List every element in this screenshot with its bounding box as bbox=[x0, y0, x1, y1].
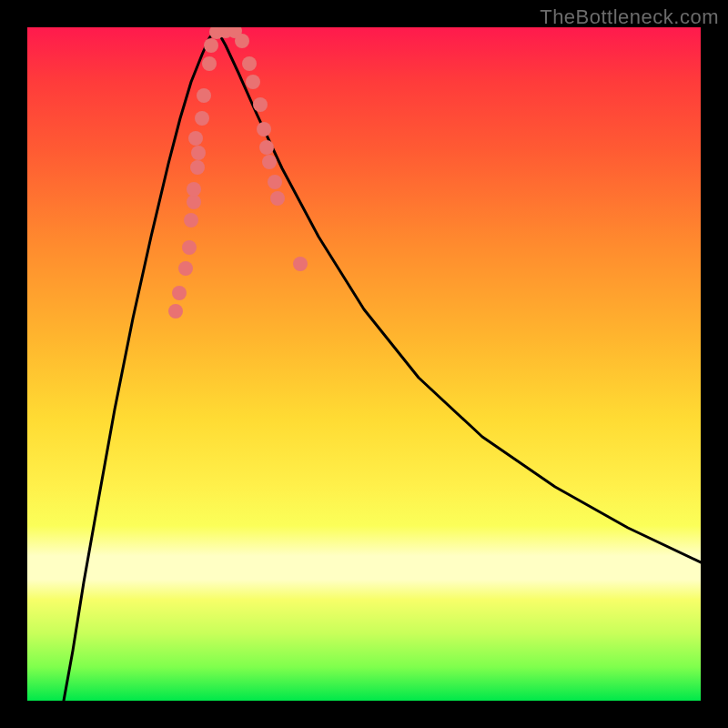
chart-svg bbox=[27, 27, 701, 701]
bottleneck-curve bbox=[64, 29, 701, 701]
data-point bbox=[270, 191, 285, 206]
data-point bbox=[259, 140, 274, 155]
data-point bbox=[235, 34, 249, 48]
data-point bbox=[187, 195, 201, 209]
watermark-text: TheBottleneck.com bbox=[540, 5, 719, 29]
data-point bbox=[172, 286, 187, 300]
data-point bbox=[268, 175, 282, 189]
chart-frame: TheBottleneck.com bbox=[0, 0, 728, 728]
data-point bbox=[184, 213, 198, 228]
data-point bbox=[262, 155, 277, 169]
data-point bbox=[202, 56, 217, 71]
data-point bbox=[187, 182, 201, 197]
data-point bbox=[197, 88, 211, 103]
data-point bbox=[182, 240, 197, 255]
data-point bbox=[242, 56, 257, 71]
data-point bbox=[253, 97, 268, 112]
data-point bbox=[168, 304, 183, 318]
data-point bbox=[188, 131, 203, 146]
data-point bbox=[190, 160, 205, 175]
data-point bbox=[246, 75, 260, 89]
data-point bbox=[204, 38, 218, 53]
data-point bbox=[178, 261, 193, 276]
data-point bbox=[191, 146, 206, 160]
plot-area bbox=[27, 27, 701, 701]
data-point bbox=[293, 257, 308, 271]
data-point bbox=[195, 111, 209, 126]
data-point bbox=[257, 122, 271, 136]
